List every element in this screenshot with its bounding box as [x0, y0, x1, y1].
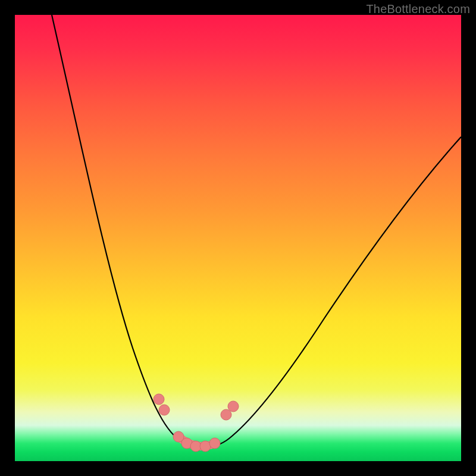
marker-dot	[209, 438, 220, 449]
curve-left-branch	[52, 15, 203, 447]
marker-dot	[228, 401, 239, 412]
chart-frame: TheBottleneck.com	[0, 0, 476, 476]
marker-dot	[221, 409, 231, 420]
marker-dot	[190, 441, 201, 452]
watermark-text: TheBottleneck.com	[366, 2, 470, 16]
marker-dot	[159, 405, 170, 415]
marker-dot	[154, 394, 164, 405]
plot-area	[15, 15, 461, 461]
chart-svg	[15, 15, 461, 461]
marker-dot	[200, 441, 211, 452]
curve-right-branch	[203, 137, 461, 447]
